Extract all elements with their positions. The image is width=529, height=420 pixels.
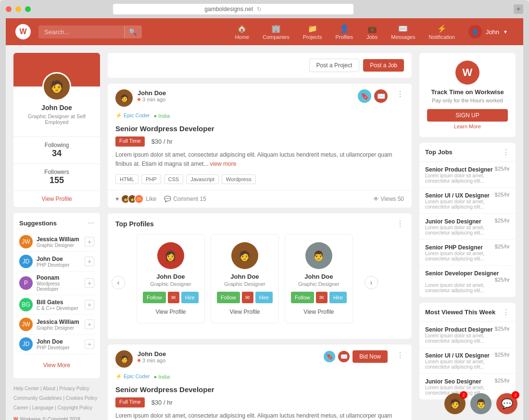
post-card-1: 🧑 John Doe 3 min ago 🔖 ✉️ ⋮: [108, 84, 412, 208]
msg-btn-2[interactable]: ✉: [242, 292, 253, 303]
mini-actions-3: Follow ✉ Hire: [291, 292, 347, 303]
jobs-icon: 💼: [367, 24, 377, 33]
job-item-2: Senior UI / UX Designer $25/hr Lorem ips…: [419, 188, 516, 214]
footer-community[interactable]: Community Guidelines: [13, 395, 62, 401]
signup-button[interactable]: SIGN UP: [427, 109, 508, 122]
right-sidebar: W Track Time on Workwise Pay only for th…: [419, 53, 516, 420]
nav-projects[interactable]: 📁Projects: [297, 20, 328, 44]
nav-profiles[interactable]: 👤Profiles: [329, 20, 359, 44]
post-job-button[interactable]: Post a Job: [363, 59, 404, 72]
most-viewed-menu[interactable]: ⋮: [502, 308, 510, 317]
most-viewed-title: Most Viewed This Week: [425, 309, 495, 316]
like-stat[interactable]: ♥ 🧑 👩 25 Like: [115, 194, 156, 204]
chat-avatar-2[interactable]: 👨: [470, 393, 491, 414]
ad-title: Track Time on Workwise: [427, 88, 508, 96]
post-author-info-1: John Doe 3 min ago: [138, 89, 353, 102]
hire-btn-2[interactable]: Hire: [255, 292, 273, 303]
suggestions-menu[interactable]: ···: [88, 219, 94, 227]
post-menu-2[interactable]: ⋮: [396, 350, 404, 359]
skill-html[interactable]: HTML: [115, 174, 139, 184]
job-item-1: Senior Product Designer $25/hr Lorem ips…: [419, 162, 516, 188]
search-button[interactable]: 🔍: [124, 25, 142, 38]
follow-btn-2[interactable]: Follow: [217, 292, 240, 303]
email-icon-2[interactable]: ✉️: [338, 351, 350, 362]
view-more-button[interactable]: View More: [19, 358, 94, 372]
view-profile-button[interactable]: View Profile: [13, 191, 100, 207]
footer-copyright-policy[interactable]: Copyright Policy: [57, 405, 92, 410]
suggestion-add-2[interactable]: +: [85, 257, 94, 266]
mini-view-profile-2[interactable]: View Profile: [229, 309, 260, 315]
mini-view-profile-1[interactable]: View Profile: [155, 309, 186, 315]
learn-more-link[interactable]: Learn More: [427, 124, 508, 129]
hire-btn-1[interactable]: Hire: [181, 292, 199, 303]
footer-help[interactable]: Help Center: [13, 386, 39, 391]
epic-coder-badge: ⚡ Epic Coder: [115, 112, 150, 119]
post-author-avatar-1: 🧑: [115, 89, 133, 107]
suggestions-title: Suggestions: [19, 220, 57, 227]
bid-now-button[interactable]: Bid Now: [353, 350, 388, 363]
next-profile-btn[interactable]: ›: [365, 276, 378, 289]
msg-btn-1[interactable]: ✉: [168, 292, 179, 303]
suggestion-item: BG Bill Gates C & C++ Developer +: [19, 295, 94, 315]
suggestion-item: JW Jessica William Graphic Designer +: [19, 315, 94, 334]
email-icon[interactable]: ✉️: [374, 89, 388, 103]
browser-minimize-btn[interactable]: [15, 6, 21, 12]
address-bar[interactable]: gamboldesigns.net ↻: [113, 4, 353, 14]
msg-btn-3[interactable]: ✉: [316, 292, 327, 303]
nav-home[interactable]: 🏠Home: [229, 20, 255, 44]
read-more-1[interactable]: view more: [210, 161, 237, 167]
skill-css[interactable]: CSS: [164, 174, 184, 184]
nav-notification[interactable]: ⚡Notification: [423, 20, 460, 44]
skill-wordpress[interactable]: Wordpress: [222, 174, 256, 184]
post-action-icons-1: 🔖 ✉️: [358, 89, 388, 103]
top-profiles-header: Top Profiles ⋮: [108, 213, 412, 234]
skill-php[interactable]: PHP: [141, 174, 161, 184]
follow-btn-1[interactable]: Follow: [143, 292, 166, 303]
browser-close-btn[interactable]: [6, 6, 12, 12]
suggestion-add-1[interactable]: +: [85, 237, 94, 247]
profile-avatar-wrap: 🧑: [42, 72, 71, 101]
bookmark-icon-2[interactable]: 🔖: [324, 351, 335, 362]
footer-language[interactable]: Language: [32, 405, 54, 410]
following-stat: Following 34: [13, 137, 100, 164]
browser-maximize-btn[interactable]: [25, 6, 31, 12]
user-menu[interactable]: 👤 John ▼: [463, 21, 514, 42]
profile-name: John Doe: [19, 104, 94, 111]
home-icon: 🏠: [237, 24, 247, 33]
post-tags-1: Full Time $30 / hr: [108, 136, 412, 150]
footer-cookies[interactable]: Cookies Policy: [66, 395, 98, 401]
suggestion-add-4[interactable]: +: [85, 300, 94, 309]
follow-btn-3[interactable]: Follow: [291, 292, 314, 303]
skill-javascript[interactable]: Javascript: [186, 174, 219, 184]
top-profiles-menu[interactable]: ⋮: [396, 219, 404, 228]
suggestion-add-5[interactable]: +: [85, 320, 94, 329]
suggestion-add-3[interactable]: +: [85, 278, 94, 288]
search-input[interactable]: [38, 25, 125, 38]
new-tab-btn[interactable]: +: [514, 4, 523, 14]
nav-companies[interactable]: 🏢Companies: [257, 20, 295, 44]
post-project-button[interactable]: Post a Project: [309, 59, 360, 72]
most-viewed-item-2: Senior UI / UX Designer $25/hr Lorem ips…: [419, 348, 516, 374]
suggestion-add-6[interactable]: +: [85, 339, 94, 349]
hire-btn-3[interactable]: Hire: [329, 292, 347, 303]
bookmark-icon[interactable]: 🔖: [358, 89, 371, 103]
top-jobs-menu[interactable]: ⋮: [502, 148, 510, 157]
footer-privacy[interactable]: Privacy Policy: [59, 386, 89, 391]
post-menu-1[interactable]: ⋮: [396, 89, 404, 99]
job-item-5: Senior Developer Designer $25/hr Lorem i…: [419, 266, 516, 297]
footer-career[interactable]: Career: [13, 405, 28, 410]
nav-jobs[interactable]: 💼Jobs: [361, 20, 383, 44]
price-tag: $30 / hr: [148, 136, 176, 147]
footer-about[interactable]: About: [43, 386, 55, 391]
like-avatars: 🧑 👩 25: [121, 194, 144, 204]
user-avatar: 👤: [468, 25, 482, 38]
mini-view-profile-3[interactable]: View Profile: [303, 309, 334, 315]
user-name: John: [486, 28, 499, 36]
prev-profile-btn[interactable]: ‹: [112, 276, 125, 289]
comment-stat[interactable]: 💬 Comment 15: [164, 196, 206, 202]
nav-messages[interactable]: ✉️Messages: [385, 20, 421, 44]
suggestion-item: JW Jessica William Graphic Designer +: [19, 232, 94, 252]
mini-actions-2: Follow ✉ Hire: [217, 292, 273, 303]
profile-stats: Following 34 Followers 155: [13, 136, 100, 191]
skill-tags-1: HTML PHP CSS Javascript Wordpress: [108, 174, 412, 190]
